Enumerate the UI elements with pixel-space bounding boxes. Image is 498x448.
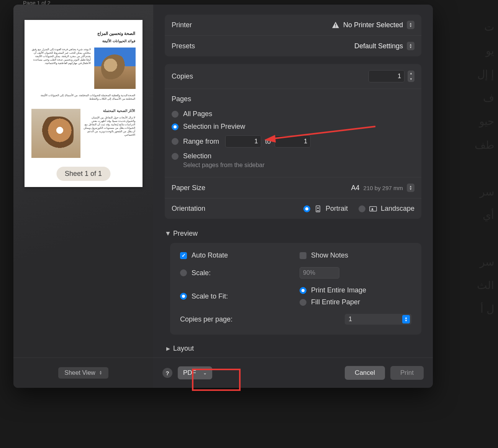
- pages-range-option[interactable]: Range from to: [172, 133, 414, 150]
- printer-presets-card: Printer No Printer Selected ▲▼ Presets D…: [165, 15, 421, 56]
- updown-icon: ▲▼: [407, 42, 414, 50]
- fill-entire-paper-radio[interactable]: Fill Entire Paper: [300, 298, 411, 306]
- radio-icon: [172, 111, 179, 118]
- print-dialog: الصحة وتحسين المزاج فوائد الحيوانات الأل…: [13, 5, 433, 388]
- checkbox-icon: [300, 252, 306, 259]
- updown-icon: ▲▼: [402, 315, 410, 323]
- chevron-down-icon: ⌄: [203, 370, 207, 376]
- copies-input[interactable]: [369, 70, 405, 82]
- preview-footer: Sheet View ▲▼: [13, 358, 153, 388]
- scale-to-fit-radio[interactable]: Scale to Fit:: [180, 292, 292, 300]
- preview-section-toggle[interactable]: ▶ Preview: [165, 226, 421, 243]
- chevron-down-icon: ▶: [165, 232, 171, 236]
- orientation-landscape[interactable]: Landscape: [359, 205, 414, 213]
- scale-input[interactable]: [300, 267, 339, 279]
- radio-icon: [172, 138, 179, 145]
- scale-radio[interactable]: Scale:: [180, 269, 292, 277]
- dialog-footer: ? PDF ⌄ Cancel Print: [153, 358, 433, 388]
- copies-per-page-select[interactable]: 1 ▲▼: [345, 314, 411, 325]
- pages-selection-option[interactable]: Selection: [172, 150, 414, 162]
- presets-label: Presets: [172, 42, 195, 50]
- settings-pane: Printer No Printer Selected ▲▼ Presets D…: [153, 5, 433, 388]
- stepper-buttons[interactable]: ▲▼: [408, 71, 414, 82]
- radio-icon: [180, 269, 187, 276]
- sheet-view-button[interactable]: Sheet View ▲▼: [58, 367, 108, 379]
- layout-section-toggle[interactable]: ▶ Layout: [165, 335, 421, 358]
- copies-label: Copies: [172, 72, 193, 80]
- show-notes-checkbox[interactable]: Show Notes: [300, 251, 411, 259]
- copies-stepper[interactable]: ▲▼: [369, 70, 414, 82]
- doc-title: الصحة وتحسين المزاج: [31, 31, 136, 36]
- doc-image-dog-cat: [31, 109, 80, 158]
- settings-scroll[interactable]: Printer No Printer Selected ▲▼ Presets D…: [153, 5, 433, 358]
- pages-all-option[interactable]: All Pages: [172, 108, 414, 120]
- paper-size-select[interactable]: A4 210 by 297 mm ▲▼: [351, 184, 414, 192]
- svg-rect-0: [335, 24, 336, 26]
- background-document-text: تيوإ إلفحيوطفسرأيسرالثل أ: [429, 0, 498, 448]
- svg-rect-1: [335, 26, 336, 27]
- range-from-input[interactable]: [225, 135, 261, 148]
- landscape-icon: [369, 205, 377, 212]
- doc-section-title: الآثار الصحية المحتملة: [84, 109, 136, 113]
- page-thumbnail[interactable]: الصحة وتحسين المزاج فوائد الحيوانات الأل…: [25, 20, 143, 187]
- auto-rotate-checkbox[interactable]: Auto Rotate: [180, 251, 292, 259]
- printer-label: Printer: [172, 21, 192, 29]
- warning-icon: [332, 21, 339, 28]
- cancel-button[interactable]: Cancel: [345, 366, 385, 380]
- page-setup-card: Copies ▲▼ Pages All Pages: [165, 64, 421, 219]
- sheet-indicator: Sheet 1 of 1: [56, 167, 110, 181]
- doc-image-cat: [94, 48, 136, 89]
- presets-select[interactable]: Default Settings ▲▼: [354, 42, 414, 50]
- selection-hint: Select pages from the sidebar: [183, 162, 414, 169]
- printer-select[interactable]: No Printer Selected ▲▼: [332, 21, 414, 29]
- print-button[interactable]: Print: [390, 366, 424, 380]
- window-toolbar: Page 1 of 2: [0, 0, 487, 5]
- orientation-label: Orientation: [172, 205, 205, 213]
- pages-selection-preview-option[interactable]: Selection in Preview: [172, 120, 414, 133]
- help-button[interactable]: ?: [162, 368, 172, 378]
- paper-size-label: Paper Size: [172, 184, 205, 192]
- updown-icon: ▲▼: [407, 21, 414, 29]
- radio-icon: [359, 205, 365, 212]
- preview-pane: الصحة وتحسين المزاج فوائد الحيوانات الأل…: [13, 5, 153, 388]
- copies-per-page-label: Copies per page:: [180, 315, 233, 323]
- svg-point-5: [372, 208, 373, 210]
- chevron-right-icon: ▶: [166, 346, 170, 351]
- doc-subtitle: فوائد الحيوانات الأليفة: [31, 39, 136, 44]
- portrait-icon: [314, 205, 322, 212]
- updown-icon: ▲▼: [99, 371, 102, 375]
- pages-label: Pages: [172, 95, 414, 103]
- preview-section-card: Auto Rotate Show Notes Scale:: [170, 243, 421, 335]
- radio-icon: [303, 205, 310, 212]
- pdf-menu-button[interactable]: PDF ⌄: [178, 366, 212, 379]
- print-entire-image-radio[interactable]: Print Entire Image: [300, 286, 411, 294]
- radio-icon: [300, 287, 306, 294]
- radio-icon: [172, 123, 179, 130]
- checkbox-icon: [180, 252, 187, 259]
- radio-icon: [300, 299, 306, 306]
- updown-icon: ▲▼: [407, 184, 414, 192]
- radio-icon: [172, 153, 179, 160]
- radio-icon: [180, 293, 187, 300]
- orientation-portrait[interactable]: Portrait: [303, 205, 348, 213]
- svg-point-3: [317, 207, 319, 209]
- range-to-input[interactable]: [275, 135, 311, 148]
